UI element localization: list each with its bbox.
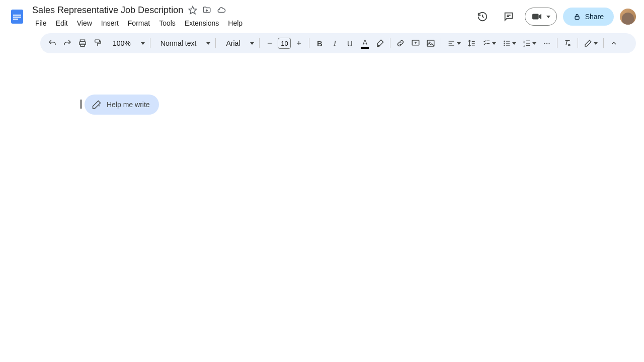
chevron-down-icon [546, 16, 550, 18]
insert-image-icon[interactable] [424, 36, 438, 50]
chevron-down-icon [512, 42, 516, 45]
toolbar: 100% Normal text Arial 10 B I U A [40, 33, 636, 53]
header-actions: Share [472, 7, 636, 27]
separator [259, 38, 260, 48]
paragraph-style-dropdown[interactable]: Normal text [153, 36, 213, 50]
bold-icon[interactable]: B [312, 36, 327, 50]
svg-rect-34 [506, 43, 510, 43]
menu-extensions[interactable]: Extensions [181, 17, 223, 29]
checklist-dropdown[interactable] [479, 36, 499, 50]
docs-logo-icon[interactable] [8, 5, 26, 29]
undo-icon[interactable] [45, 36, 59, 50]
paint-format-icon[interactable] [91, 36, 105, 50]
chevron-down-icon [206, 42, 210, 45]
more-options-icon[interactable] [540, 36, 554, 50]
separator [578, 38, 578, 48]
svg-rect-33 [506, 41, 510, 41]
svg-point-30 [504, 41, 505, 42]
svg-point-42 [544, 43, 545, 44]
chevron-down-icon [492, 42, 496, 45]
move-icon[interactable] [202, 6, 211, 15]
chevron-down-icon [141, 42, 145, 45]
text-cursor [80, 100, 82, 109]
separator [390, 38, 390, 48]
add-comment-icon[interactable] [409, 36, 423, 50]
paragraph-style-value: Normal text [157, 39, 200, 47]
separator [309, 38, 309, 48]
menu-view[interactable]: View [73, 17, 96, 29]
separator [557, 38, 557, 48]
star-icon[interactable] [188, 6, 197, 15]
zoom-value: 100% [110, 39, 134, 47]
chevron-down-icon [250, 42, 254, 45]
separator [441, 38, 441, 48]
help-me-write-button[interactable]: Help me write [85, 95, 159, 115]
svg-rect-2 [13, 17, 21, 18]
collapse-toolbar-icon[interactable] [607, 36, 621, 50]
document-page[interactable]: Help me write [30, 63, 614, 345]
font-size-value: 10 [281, 40, 288, 47]
svg-rect-3 [13, 19, 18, 20]
svg-text:3: 3 [523, 45, 525, 47]
underline-icon[interactable]: U [343, 36, 357, 50]
svg-point-32 [504, 45, 505, 46]
comments-icon[interactable] [499, 7, 519, 27]
chevron-down-icon [457, 42, 461, 45]
menu-insert[interactable]: Insert [97, 17, 123, 29]
font-dropdown[interactable]: Arial [219, 36, 256, 50]
print-icon[interactable] [75, 36, 90, 50]
menu-tools[interactable]: Tools [155, 17, 180, 29]
align-dropdown[interactable] [444, 36, 463, 50]
menu-file[interactable]: File [32, 17, 51, 29]
svg-rect-13 [95, 40, 100, 42]
clear-formatting-icon[interactable] [560, 36, 575, 50]
zoom-dropdown[interactable]: 100% [106, 36, 147, 50]
italic-icon[interactable]: I [328, 36, 342, 50]
meet-button[interactable] [525, 8, 557, 26]
help-me-write-label: Help me write [107, 101, 150, 109]
svg-rect-9 [575, 16, 579, 19]
highlight-color-icon[interactable] [373, 36, 387, 50]
title-area: Sales Representative Job Description Fil… [32, 4, 466, 29]
numbered-list-dropdown[interactable]: 123 [520, 36, 539, 50]
svg-marker-8 [538, 14, 541, 20]
separator [215, 38, 216, 48]
chevron-down-icon [532, 42, 536, 45]
svg-point-44 [549, 43, 550, 44]
document-title[interactable]: Sales Representative Job Description [32, 5, 183, 16]
separator [603, 38, 604, 48]
pencil-sparkle-icon [92, 100, 102, 110]
history-icon[interactable] [472, 7, 493, 27]
decrease-font-size-icon[interactable] [263, 36, 277, 50]
line-spacing-icon[interactable] [464, 36, 478, 50]
svg-point-31 [504, 43, 505, 44]
svg-rect-7 [532, 14, 539, 20]
bulleted-list-dropdown[interactable] [500, 36, 519, 50]
menu-format[interactable]: Format [124, 17, 154, 29]
chevron-down-icon [594, 42, 598, 45]
menu-bar: File Edit View Insert Format Tools Exten… [32, 17, 466, 29]
text-color-icon[interactable]: A [358, 36, 372, 50]
svg-rect-35 [506, 45, 510, 45]
separator [150, 38, 150, 48]
document-canvas: Help me write [0, 53, 644, 345]
menu-help[interactable]: Help [224, 17, 247, 29]
insert-link-icon[interactable] [393, 36, 408, 50]
increase-font-size-icon[interactable] [292, 36, 306, 50]
share-button-label: Share [585, 13, 604, 21]
svg-point-43 [546, 43, 547, 44]
account-avatar[interactable] [620, 9, 636, 25]
header-bar: Sales Representative Job Description Fil… [0, 0, 644, 29]
svg-rect-1 [13, 15, 21, 16]
menu-edit[interactable]: Edit [52, 17, 72, 29]
svg-marker-4 [189, 7, 197, 14]
redo-icon[interactable] [60, 36, 74, 50]
share-button[interactable]: Share [563, 8, 614, 26]
font-value: Arial [223, 39, 243, 47]
cloud-status-icon[interactable] [216, 6, 226, 15]
editing-mode-dropdown[interactable] [581, 36, 600, 50]
font-size-input[interactable]: 10 [278, 38, 291, 49]
